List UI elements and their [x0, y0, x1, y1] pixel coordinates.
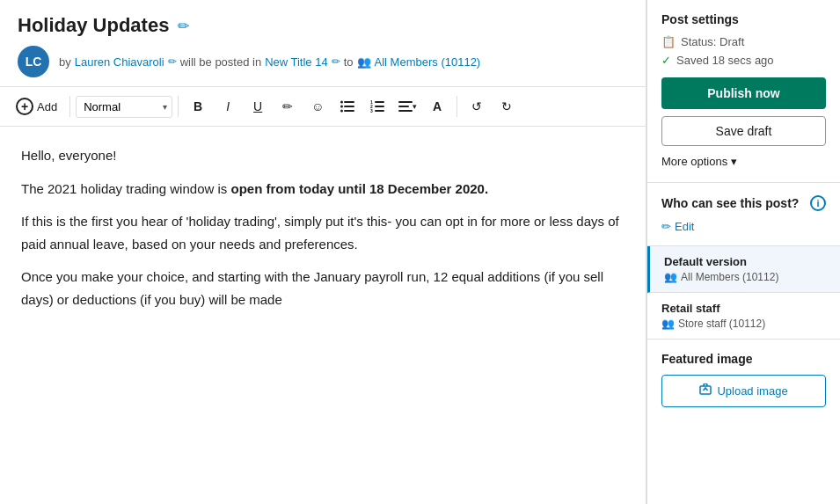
- status-row: 📋 Status: Draft: [661, 35, 826, 48]
- default-version-subtitle: 👥 All Members (10112): [664, 271, 826, 283]
- retail-staff-item[interactable]: Retail staff 👥 Store staff (10112): [647, 293, 840, 340]
- location-link[interactable]: New Title 14: [265, 55, 328, 69]
- paragraph-first-hear: If this is the first you hear of 'holida…: [21, 210, 625, 255]
- post-header: Holiday Updates ✏ LC by Lauren Chiavarol…: [0, 0, 646, 87]
- svg-rect-0: [344, 101, 354, 103]
- default-version-audience: All Members (10112): [681, 271, 778, 283]
- svg-rect-1: [344, 106, 354, 107]
- featured-image-section: Featured image Upload image: [647, 340, 840, 420]
- retail-staff-title: Retail staff: [661, 302, 826, 315]
- svg-rect-2: [344, 110, 354, 112]
- paragraph-once-you-make: Once you make your choice, and starting …: [21, 266, 625, 310]
- underline-button[interactable]: U: [244, 92, 272, 121]
- people-icon-default: 👥: [664, 271, 677, 283]
- info-icon[interactable]: i: [810, 195, 826, 211]
- upload-image-button[interactable]: Upload image: [661, 375, 826, 407]
- svg-rect-8: [375, 110, 384, 112]
- featured-image-title: Featured image: [661, 352, 826, 366]
- svg-rect-12: [398, 101, 413, 103]
- who-can-see-section: Who can see this post? i ✏ Edit: [647, 183, 840, 246]
- by-label: by: [59, 55, 71, 69]
- format-select-wrapper: NormalHeading 1Heading 2Heading 3Heading…: [76, 96, 172, 118]
- author-avatar: LC: [18, 46, 49, 77]
- who-can-see-row: Who can see this post? i: [661, 195, 826, 213]
- default-version-title: Default version: [664, 255, 826, 268]
- svg-rect-13: [398, 106, 409, 107]
- add-button[interactable]: + Add: [9, 94, 64, 119]
- plus-icon: +: [16, 98, 33, 115]
- format-select[interactable]: NormalHeading 1Heading 2Heading 3Heading…: [76, 96, 172, 118]
- audience-link[interactable]: All Members (10112): [375, 55, 481, 69]
- people-icon-retail: 👥: [661, 318, 675, 330]
- retail-staff-audience: Store staff (10112): [678, 318, 765, 330]
- svg-point-4: [340, 106, 343, 108]
- edit-author-icon[interactable]: ✏: [168, 55, 177, 68]
- svg-rect-6: [375, 101, 384, 103]
- svg-text:3: 3: [370, 108, 373, 113]
- toolbar-separator-2: [178, 96, 179, 117]
- saved-label: Saved 18 secs ago: [676, 54, 774, 67]
- svg-point-5: [340, 110, 343, 113]
- meta-text: by Lauren Chiavaroli ✏ will be posted in…: [59, 55, 480, 69]
- author-name-link[interactable]: Lauren Chiavaroli: [75, 55, 164, 69]
- editor-content[interactable]: Hello, everyone! The 2021 holiday tradin…: [0, 127, 646, 504]
- svg-rect-14: [398, 110, 413, 112]
- saved-icon: ✓: [661, 54, 671, 67]
- status-label: Status: Draft: [681, 35, 744, 48]
- toolbar-separator-3: [457, 96, 457, 117]
- post-title: Holiday Updates: [18, 14, 169, 37]
- will-be-posted-label: will be posted in: [180, 55, 262, 69]
- publish-now-button[interactable]: Publish now: [661, 77, 826, 109]
- svg-rect-7: [375, 106, 384, 107]
- post-settings-section: Post settings 📋 Status: Draft ✓ Saved 18…: [647, 0, 840, 183]
- edit-label: Edit: [675, 220, 694, 233]
- post-title-row: Holiday Updates ✏: [18, 14, 628, 37]
- edit-link[interactable]: ✏ Edit: [661, 220, 826, 233]
- to-label: to: [344, 55, 354, 69]
- numbered-list-button[interactable]: 1 2 3: [363, 92, 391, 121]
- add-label: Add: [37, 100, 57, 113]
- edit-pen-icon: ✏: [661, 220, 671, 233]
- svg-point-3: [340, 101, 343, 104]
- bullet-list-button[interactable]: [333, 92, 362, 121]
- bold-button[interactable]: B: [184, 92, 212, 121]
- more-options-link[interactable]: More options ▾: [661, 153, 826, 170]
- post-meta: LC by Lauren Chiavaroli ✏ will be posted…: [18, 46, 628, 77]
- saved-row: ✓ Saved 18 secs ago: [661, 54, 826, 67]
- paragraph2-bold: open from today until 18 December 2020.: [230, 181, 488, 196]
- edit-location-icon[interactable]: ✏: [332, 55, 340, 68]
- who-can-see-title: Who can see this post?: [661, 195, 799, 213]
- default-version-item[interactable]: Default version 👥 All Members (10112): [647, 246, 840, 293]
- status-icon: 📋: [661, 35, 676, 48]
- main-content: Holiday Updates ✏ LC by Lauren Chiavarol…: [0, 0, 646, 504]
- undo-button[interactable]: ↺: [463, 92, 491, 121]
- toolbar-separator-1: [69, 96, 70, 117]
- save-draft-button[interactable]: Save draft: [661, 116, 826, 146]
- audience-icon: 👥: [357, 55, 371, 69]
- retail-staff-subtitle: 👥 Store staff (10112): [661, 318, 826, 330]
- upload-image-label: Upload image: [717, 384, 787, 398]
- chevron-down-icon: ▾: [731, 155, 737, 168]
- title-edit-icon[interactable]: ✏: [178, 18, 189, 34]
- italic-button[interactable]: I: [214, 92, 242, 121]
- paragraph-trading-window: The 2021 holiday trading window is open …: [21, 178, 625, 201]
- emoji-button[interactable]: ☺: [303, 92, 332, 121]
- editor-toolbar: + Add NormalHeading 1Heading 2Heading 3H…: [0, 87, 646, 127]
- align-button[interactable]: ▾: [393, 92, 421, 121]
- highlight-button[interactable]: A: [423, 92, 451, 121]
- paragraph-hello: Hello, everyone!: [21, 144, 625, 167]
- paragraph2-prefix: The 2021 holiday trading window is: [21, 181, 230, 196]
- sidebar: Post settings 📋 Status: Draft ✓ Saved 18…: [646, 0, 840, 504]
- post-settings-title: Post settings: [661, 12, 826, 26]
- more-options-label: More options: [661, 155, 727, 168]
- pen-button[interactable]: ✏: [274, 92, 302, 121]
- upload-icon: [699, 383, 712, 398]
- redo-button[interactable]: ↻: [493, 92, 521, 121]
